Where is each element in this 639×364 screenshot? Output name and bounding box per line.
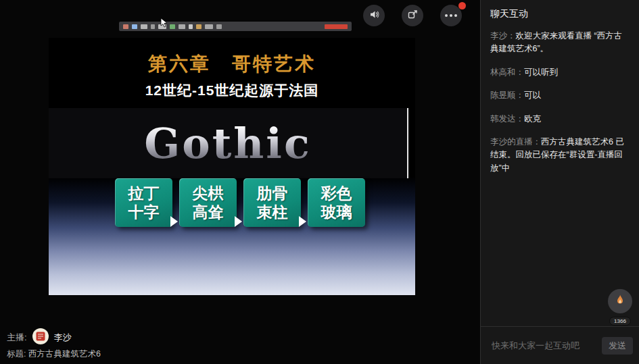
like-button[interactable]	[608, 289, 632, 313]
stream-video-area: 第六章 哥特艺术 12世纪-15世纪起源于法国 Gothic 拉丁 十字 尖栱 …	[0, 0, 480, 364]
more-icon	[445, 14, 457, 17]
presentation-slide: 第六章 哥特艺术 12世纪-15世纪起源于法国 Gothic 拉丁 十字 尖栱 …	[49, 38, 415, 295]
stream-title-label: 标题:	[7, 349, 26, 359]
share-icon	[407, 9, 419, 23]
gothic-word: Gothic	[144, 119, 311, 168]
feature-box: 彩色 玻璃	[308, 178, 365, 227]
audio-settings-button[interactable]	[363, 5, 385, 26]
mouse-cursor	[160, 18, 168, 31]
chat-message: 陈昱顺：可以	[490, 89, 630, 102]
arrow-right-icon	[235, 216, 242, 227]
ppt-toolbar-red-button	[325, 24, 348, 29]
chat-input-bar: 发送	[481, 326, 639, 364]
chat-input[interactable]	[490, 340, 596, 351]
ppt-toolbar-icon	[132, 24, 137, 29]
like-count-badge: 1366	[609, 317, 631, 326]
share-button[interactable]	[402, 5, 423, 26]
arrow-right-icon	[170, 216, 178, 227]
slide-title: 第六章 哥特艺术	[49, 51, 415, 77]
ppt-toolbar-icon	[205, 24, 213, 29]
host-avatar	[32, 328, 49, 346]
stream-title-row: 标题: 西方古典建筑艺术6	[7, 348, 101, 360]
record-dot-indicator[interactable]	[458, 2, 466, 9]
gothic-banner-image: Gothic	[49, 108, 408, 178]
host-label: 主播:	[7, 332, 27, 344]
feature-box: 拉丁 十字	[115, 178, 172, 227]
ppt-toolbar-icon	[196, 24, 202, 29]
chat-sidebar: 聊天互动 李沙：欢迎大家来观看直播 “西方古典建筑艺术6”。 林高和：可以听到 …	[480, 0, 639, 364]
arrow-right-icon	[299, 216, 306, 227]
audio-icon	[369, 9, 380, 23]
stream-title-value: 西方古典建筑艺术6	[28, 349, 101, 359]
chat-message: 李沙：欢迎大家来观看直播 “西方古典建筑艺术6”。	[490, 30, 630, 56]
like-widget: 1366	[607, 289, 633, 326]
feature-box: 尖栱 高耸	[179, 178, 237, 227]
chat-header: 聊天互动	[481, 0, 639, 26]
ppt-toolbar-icon	[123, 24, 128, 29]
live-stream-window: 第六章 哥特艺术 12世纪-15世纪起源于法国 Gothic 拉丁 十字 尖栱 …	[0, 0, 639, 364]
flame-icon	[614, 294, 626, 309]
chat-message: 韩发达：欧克	[490, 113, 630, 126]
slide-subtitle: 12世纪-15世纪起源于法国	[49, 81, 415, 100]
ppt-toolbar-icon	[141, 24, 147, 29]
send-button[interactable]: 发送	[602, 337, 633, 355]
chat-message: 李沙的直播：西方古典建筑艺术6 已结束。回放已保存在“群设置-直播回放”中	[490, 136, 630, 175]
chat-message-list: 李沙：欢迎大家来观看直播 “西方古典建筑艺术6”。 林高和：可以听到 陈昱顺：可…	[481, 26, 639, 175]
ppt-toolbar-icon	[189, 24, 193, 29]
feature-box: 肋骨 束柱	[243, 178, 301, 227]
ppt-toolbar-icon	[151, 24, 155, 29]
shared-screen-ppt-toolbar	[119, 22, 352, 31]
ppt-toolbar-icon	[179, 24, 185, 29]
ppt-toolbar-icon	[216, 24, 222, 29]
ppt-toolbar-icon	[170, 24, 175, 29]
chat-message: 林高和：可以听到	[490, 66, 630, 79]
host-name: 李沙	[54, 332, 72, 344]
host-info-row: 主播: 李沙	[7, 328, 72, 346]
